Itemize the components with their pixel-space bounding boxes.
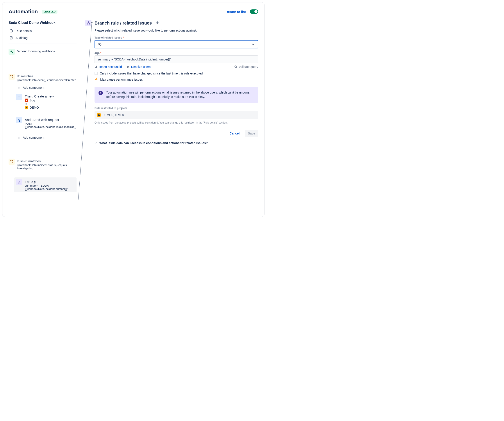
only-changed-label: Only include issues that have changed si… (100, 72, 203, 75)
add-component-label: Add component (23, 86, 77, 89)
action-and-method: POST (25, 122, 77, 125)
svg-rect-17 (88, 22, 89, 22)
trigger-when-title: When: Incoming webhook (17, 49, 77, 53)
user-icon (95, 65, 98, 69)
action-and-url: {{webhookData.incidentLinkCallbackUrl}} (25, 125, 77, 129)
condition-if-sub: {{webhookData.event}} equals incidentCre… (17, 78, 77, 82)
svg-point-21 (127, 66, 128, 67)
svg-point-13 (12, 162, 13, 163)
svg-point-2 (11, 30, 11, 30)
svg-rect-10 (26, 107, 27, 108)
dot-icon (18, 137, 20, 139)
cancel-button[interactable]: Cancel (226, 130, 243, 137)
only-changed-checkbox[interactable] (95, 72, 98, 75)
condition-elseif-title: Else-if: matches (17, 159, 77, 163)
panel-title: Branch rule / related issues (95, 21, 152, 26)
action-then-title: Then: Create a new (25, 94, 77, 98)
sitemap-icon (85, 20, 91, 26)
branch-for-title: For JQL (25, 180, 75, 184)
restricted-hint: Only issues from the above projects will… (95, 121, 258, 125)
sitemap-icon (16, 179, 22, 185)
panel-intro: Please select which related issue you wo… (95, 29, 258, 32)
svg-rect-19 (89, 24, 90, 24)
delete-button[interactable] (156, 21, 159, 25)
validate-query-link[interactable]: Validate query (234, 65, 258, 69)
rule-details-label: Rule details (16, 29, 32, 33)
project-chip: DEMO (DEMO) (95, 111, 258, 119)
svg-rect-25 (98, 115, 100, 116)
add-component-2[interactable]: Add component (16, 134, 77, 141)
page-title: Automation (9, 9, 38, 15)
bug-label: Bug (30, 99, 35, 102)
chevron-down-icon (251, 42, 255, 46)
info-badge-icon: ! (98, 91, 103, 95)
add-component-label: Add component (23, 136, 77, 139)
branch-for-jql[interactable]: For JQL summary ~ "SODA-{{webhookData.in… (14, 177, 77, 192)
svg-rect-16 (20, 183, 21, 184)
type-select-value: JQL (98, 42, 103, 46)
jql-input[interactable] (95, 55, 258, 63)
svg-rect-18 (87, 24, 88, 24)
svg-rect-15 (18, 183, 19, 184)
jql-label: JQL (95, 52, 100, 54)
svg-point-23 (235, 66, 236, 67)
status-badge: ENABLED (42, 10, 57, 14)
return-to-list-link[interactable]: Return to list (226, 10, 246, 14)
action-and[interactable]: And: Send web request POST {{webhookData… (16, 116, 77, 129)
project-chip-label: DEMO (DEMO) (102, 113, 124, 117)
performance-warning: May cause performance issues (100, 78, 143, 81)
warning-icon (95, 77, 98, 82)
expand-help[interactable]: What issue data can I access in conditio… (95, 141, 258, 145)
log-icon (9, 36, 13, 40)
expand-help-label: What issue data can I access in conditio… (99, 141, 208, 145)
info-text: Your automation rule will perform action… (106, 90, 254, 99)
in-label: in (25, 102, 77, 105)
trigger-when[interactable]: When: Incoming webhook (9, 48, 77, 56)
bug-icon (25, 99, 28, 102)
chevron-right-icon (95, 141, 98, 145)
users-icon (126, 65, 130, 69)
type-select[interactable]: JQL (95, 40, 258, 48)
resolve-users-link[interactable]: Resolve users (126, 65, 151, 69)
webhook-name: Soda Cloud Demo Webhook (9, 21, 77, 25)
branch-icon (9, 74, 15, 80)
svg-point-22 (128, 66, 129, 67)
enable-toggle[interactable]: ✓ (250, 9, 258, 14)
rule-details-link[interactable]: Rule details (9, 27, 77, 34)
save-button[interactable]: Save (245, 130, 258, 137)
webhook-icon (9, 49, 15, 55)
condition-elseif[interactable]: Else-if: matches {{webhookData.incident.… (9, 158, 77, 171)
svg-point-11 (10, 160, 11, 161)
dot-icon (18, 87, 20, 89)
type-label: Type of related issues (95, 36, 122, 39)
insert-account-id-link[interactable]: Insert account id (95, 65, 122, 69)
restricted-label: Rule restricted to projects (95, 107, 258, 110)
action-then[interactable]: + Then: Create a new Bug in (16, 93, 77, 110)
condition-elseif-sub: {{webhookData.incident.status}} equals i… (17, 164, 77, 170)
svg-point-20 (96, 66, 97, 67)
branch-icon (9, 158, 15, 165)
webhook-icon (16, 117, 22, 123)
branch-for-sub: summary ~ "SODA-{{webhookData.incident.n… (25, 184, 75, 191)
add-component-1[interactable]: Add component (16, 84, 77, 91)
project-icon (97, 113, 101, 117)
audit-log-label: Audit log (16, 36, 27, 40)
info-icon (9, 29, 13, 33)
condition-if-title: If: matches (17, 74, 77, 78)
svg-point-9 (12, 77, 13, 78)
audit-log-link[interactable]: Audit log (9, 34, 77, 41)
search-icon (234, 65, 238, 69)
info-panel: ! Your automation rule will perform acti… (95, 87, 258, 103)
svg-point-7 (10, 75, 11, 76)
project-label: DEMO (30, 106, 39, 109)
svg-rect-14 (19, 181, 19, 181)
project-icon (25, 106, 28, 109)
action-and-title: And: Send web request (25, 118, 77, 122)
check-icon: ✓ (251, 10, 253, 13)
condition-if[interactable]: If: matches {{webhookData.event}} equals… (9, 73, 77, 82)
plus-icon: + (16, 94, 22, 100)
svg-line-24 (236, 67, 237, 68)
